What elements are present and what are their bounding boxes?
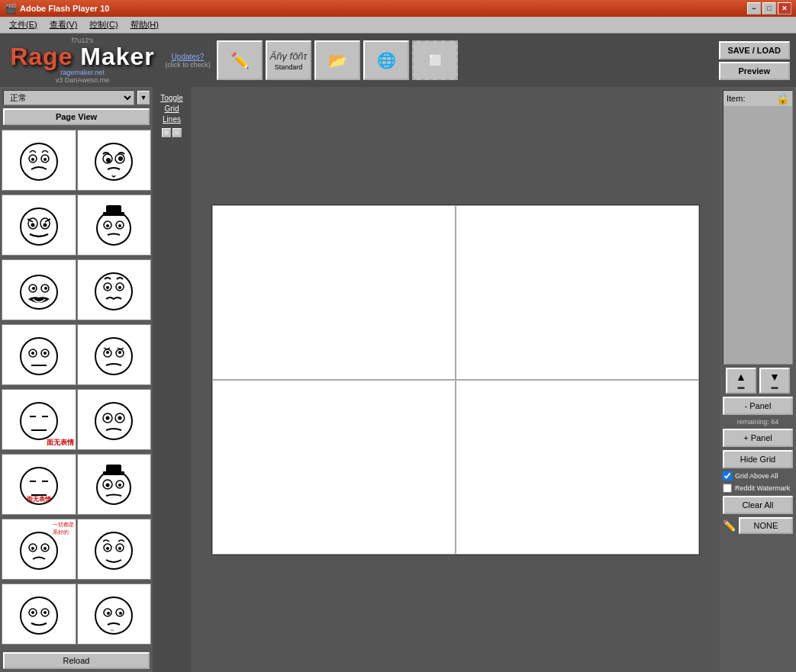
selection-tool-button[interactable]: ⬜: [412, 40, 458, 80]
minimize-button[interactable]: −: [747, 2, 761, 14]
sprite-face8[interactable]: [77, 324, 152, 385]
sprite-face9[interactable]: 面无表情: [2, 389, 76, 450]
sprite-face7[interactable]: [2, 324, 76, 385]
sprite-face1[interactable]: [2, 130, 76, 191]
menu-view[interactable]: 查看(V): [44, 18, 84, 32]
sprite-face15[interactable]: [2, 584, 76, 645]
sprite-face16[interactable]: [77, 584, 152, 645]
preview-button[interactable]: Preview: [719, 62, 790, 80]
face8-svg: [91, 332, 137, 378]
selection-icon: ⬜: [429, 54, 442, 66]
sprite-face14[interactable]: [77, 519, 152, 580]
globe-icon: 🌐: [377, 51, 396, 69]
svg-point-15: [97, 211, 131, 245]
sprite-face3[interactable]: [2, 195, 76, 256]
svg-point-20: [106, 224, 109, 227]
svg-point-61: [106, 484, 110, 487]
svg-point-36: [44, 352, 47, 355]
svg-point-5: [95, 143, 132, 180]
save-load-button[interactable]: SAVE / LOAD: [719, 41, 790, 59]
close-button[interactable]: ✕: [778, 2, 791, 14]
svg-point-50: [106, 416, 110, 420]
sprite-face11[interactable]: 面无表情: [2, 454, 76, 515]
svg-point-78: [95, 597, 132, 634]
grid-above-checkbox[interactable]: [723, 471, 732, 481]
comic-panel-4[interactable]: [456, 380, 699, 555]
up-arrow-icon: ▲: [736, 371, 746, 383]
tool-buttons: ✏️ Äñγ fôñτ Standard 📂 🌐 ⬜: [217, 40, 458, 80]
sprite-grid: 面无表情: [0, 128, 153, 649]
reddit-watermark-checkbox[interactable]: [723, 484, 732, 493]
none-button[interactable]: NONE: [739, 517, 793, 534]
font-tool-button[interactable]: Äñγ fôñτ Standard: [266, 40, 311, 80]
updates-area[interactable]: Updates? (click to check): [165, 53, 211, 69]
menu-file[interactable]: 文件(E): [3, 18, 44, 32]
grid-above-row: Grid Above All: [723, 471, 793, 481]
panel-minus-button[interactable]: - Panel: [723, 397, 793, 415]
globe-tool-button[interactable]: 🌐: [363, 40, 409, 80]
title-bar: 🎬 Adobe Flash Player 10 − □ ✕: [0, 0, 796, 17]
hide-grid-button[interactable]: Hide Grid: [723, 450, 793, 468]
menu-control[interactable]: 控制(C): [83, 18, 124, 32]
grid-ctrl-1[interactable]: ⊞: [162, 128, 171, 137]
pencil-icon: ✏️: [230, 51, 250, 69]
comic-grid: [211, 204, 700, 555]
page-view-button[interactable]: Page View: [3, 108, 150, 125]
updates-sub: (click to check): [165, 61, 211, 69]
sprite-label-9: 面无表情: [47, 438, 74, 448]
svg-point-10: [21, 208, 57, 245]
clear-all-button[interactable]: Clear All: [723, 496, 793, 514]
comic-panel-1[interactable]: [212, 205, 456, 380]
maximize-button[interactable]: □: [762, 2, 776, 14]
svg-point-81: [107, 612, 110, 615]
logo-title: Rage Maker: [10, 44, 155, 69]
sprite-face12[interactable]: [77, 454, 152, 515]
move-up-button[interactable]: ▲ ▬: [726, 368, 756, 394]
face4-svg: [91, 202, 137, 248]
face15-svg: [16, 591, 62, 637]
reload-button[interactable]: Reload: [3, 652, 150, 669]
item-label: Item:: [727, 94, 745, 103]
sprite-face10[interactable]: [77, 389, 152, 450]
toggle-grid-button[interactable]: ToggleGridLines ⊞ ⊟: [153, 87, 191, 672]
panel-plus-button[interactable]: + Panel: [723, 429, 793, 447]
face10-svg: [91, 397, 137, 442]
menu-bar: 文件(E) 查看(V) 控制(C) 帮助(H): [0, 17, 796, 34]
face7-svg: [16, 332, 62, 378]
comic-panel-3[interactable]: [212, 380, 456, 555]
sprite-face13[interactable]: 一切都是系好的: [2, 519, 76, 580]
menu-help[interactable]: 帮助(H): [124, 18, 165, 32]
category-dropdown[interactable]: 正常: [3, 90, 134, 105]
sprite-face5[interactable]: [2, 259, 76, 320]
svg-point-32: [21, 338, 57, 375]
sprite-face2[interactable]: [77, 130, 152, 191]
svg-point-42: [118, 351, 121, 354]
svg-point-9: [118, 156, 123, 161]
face6-svg: [91, 267, 137, 313]
updates-link[interactable]: Updates?: [172, 53, 205, 61]
folder-icon: 📂: [328, 51, 347, 69]
svg-point-72: [118, 547, 121, 550]
sprite-face4[interactable]: [77, 195, 152, 256]
toggle-grid-label: ToggleGridLines: [160, 93, 182, 125]
pencil-tool-button[interactable]: ✏️: [217, 40, 263, 80]
item-content: [723, 106, 792, 364]
window-content: f7u12's Rage Maker ragemaker.net v3 DanA…: [0, 34, 796, 672]
svg-point-0: [21, 143, 57, 180]
sprite-face6[interactable]: [77, 259, 152, 320]
face5-svg: [16, 267, 62, 313]
main-body: 正常 ▼ Page View: [0, 87, 796, 672]
move-down-button[interactable]: ▼ ▬: [759, 368, 790, 394]
svg-point-13: [31, 223, 34, 227]
face9-svg: [16, 397, 62, 442]
grid-ctrl-2[interactable]: ⊟: [172, 128, 182, 137]
face16-svg: [91, 591, 137, 637]
save-load-area: SAVE / LOAD Preview: [719, 41, 790, 80]
comic-panel-2[interactable]: [456, 205, 699, 380]
lock-icon: 🔒: [776, 92, 789, 104]
face2-svg: [91, 137, 137, 183]
folder-tool-button[interactable]: 📂: [314, 40, 360, 80]
dropdown-arrow[interactable]: ▼: [137, 91, 150, 104]
svg-point-3: [31, 158, 34, 161]
svg-point-35: [31, 352, 34, 355]
